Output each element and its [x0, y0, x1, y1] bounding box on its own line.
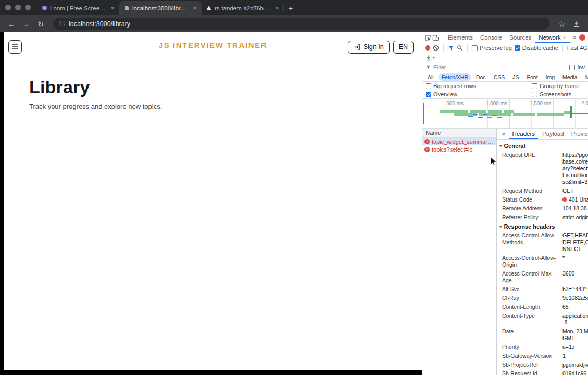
new-tab-button[interactable]: +	[284, 4, 297, 15]
filter-input[interactable]	[433, 64, 567, 70]
page-main: Library Track your progress and explore …	[4, 56, 422, 110]
request-row[interactable]: × topics?select=id	[422, 145, 496, 153]
inspect-element-icon[interactable]	[424, 34, 431, 41]
downloads-icon[interactable]	[570, 18, 583, 30]
network-conditions-row: ▾	[422, 53, 588, 63]
browser-tab-loom[interactable]: Loom | Free Screen & Video R ×	[37, 1, 119, 15]
detail-tab-headers[interactable]: Headers	[509, 129, 538, 139]
tab-close-icon[interactable]: ×	[109, 5, 116, 11]
request-error-icon: ×	[424, 147, 430, 152]
window-close-button[interactable]	[5, 5, 11, 10]
detail-tab-payload[interactable]: Payload	[539, 129, 567, 139]
header-row: Remote Address 104.18.38.10:443	[497, 204, 588, 213]
type-filter-css[interactable]: CSS	[491, 73, 508, 81]
timeline-label: 1,000 ms	[486, 101, 507, 106]
disclosure-triangle-icon: ▾	[499, 224, 502, 229]
devtools-tab-network[interactable]: Network ⚠	[535, 32, 569, 43]
language-label: EN	[399, 43, 408, 51]
network-toolbar: Preserve log Disable cache Fast 4G ▾	[422, 43, 588, 53]
invert-filter-checkbox[interactable]: Inv	[569, 64, 585, 70]
browser-tabs: Loom | Free Screen & Video R × localhost…	[37, 0, 284, 15]
header-row: Request Method GET	[497, 186, 588, 195]
header-row: Access-Control-Max-Age 3600	[497, 269, 588, 285]
header-row: Priority u=1,i	[497, 343, 588, 352]
reload-button[interactable]: ↻	[34, 18, 47, 30]
header-row: Alt-Svc h3=":443"; ma=86400	[497, 285, 588, 294]
devtools-tab-sources[interactable]: Sources	[506, 32, 534, 43]
throttling-select[interactable]: Fast 4G ▾	[567, 45, 588, 51]
disable-cache-checkbox[interactable]: Disable cache	[515, 45, 558, 51]
page-area: JS INTERVIEW TRAINER Sign In EN Librar	[0, 32, 422, 375]
overview-checkbox[interactable]: Overview	[426, 91, 532, 97]
language-button[interactable]: EN	[393, 41, 414, 54]
request-row[interactable]: × topic_widget_summary?sele…	[422, 138, 496, 145]
forward-button[interactable]: →	[20, 18, 32, 30]
header-row: Date Mon, 23 Ma GMT	[497, 327, 588, 343]
browser-window: Loom | Free Screen & Video R × localhost…	[0, 0, 588, 375]
timeline-label: 500 ms	[446, 101, 464, 106]
import-har-icon[interactable]	[426, 55, 432, 61]
type-filter-font[interactable]: Font	[524, 73, 541, 81]
window-controls	[0, 0, 37, 15]
address-bar[interactable]: ⓘ localhost:3000/library	[53, 18, 549, 30]
network-overview-timeline[interactable]: 500 ms 1,000 ms 1,500 ms 2,0	[422, 99, 588, 129]
sign-in-label: Sign In	[364, 43, 384, 51]
devtools-tab-console[interactable]: Console	[477, 32, 505, 43]
header-row: Sb-Request-Id 019d1c96-e f0bd82387	[497, 369, 588, 375]
tab-close-icon[interactable]: ×	[273, 5, 281, 11]
requests-list: Name × topic_widget_summary?sele… × topi…	[422, 129, 497, 375]
tab-close-icon[interactable]: ×	[191, 5, 198, 11]
throttling-warning-icon: ⚠	[562, 35, 567, 40]
header-actions: Sign In EN	[348, 41, 414, 54]
type-filter-manifest[interactable]: Manifest	[582, 73, 588, 81]
loom-favicon	[42, 6, 47, 11]
group-by-frame-checkbox[interactable]: Group by frame	[532, 83, 579, 89]
browser-tab-vercel[interactable]: rs-tandem-a2d76b9zu-anas ×	[202, 1, 284, 15]
devtools-panel: Elements Console Sources Network ⚠ »	[422, 32, 588, 375]
window-maximize-button[interactable]	[25, 5, 31, 10]
search-icon[interactable]	[457, 45, 463, 51]
disclosure-triangle-icon: ▾	[499, 143, 502, 148]
window-minimize-button[interactable]	[15, 5, 21, 10]
type-filter-img[interactable]: Img	[543, 73, 558, 81]
header-row: Cf-Ray 9e1082a5cb	[497, 294, 588, 303]
devtools-tab-elements[interactable]: Elements	[445, 32, 476, 43]
header-row: Content-Type application/ -8	[497, 311, 588, 327]
sign-in-button[interactable]: Sign In	[348, 41, 390, 54]
detail-tab-preview[interactable]: Preview	[568, 129, 588, 139]
chevron-down-icon[interactable]: ▾	[433, 55, 435, 60]
request-type-filters: All Fetch/XHR Doc CSS JS Font Img Media …	[422, 72, 588, 82]
request-error-icon: ×	[424, 139, 430, 144]
type-filter-js[interactable]: JS	[509, 73, 522, 81]
screenshots-checkbox[interactable]: Screenshots	[532, 91, 571, 97]
network-filter-bar: Inv	[422, 63, 588, 72]
general-section-header[interactable]: ▾ General	[497, 141, 588, 151]
type-filter-all[interactable]: All	[424, 73, 437, 81]
back-button[interactable]: ←	[5, 18, 18, 30]
type-filter-media[interactable]: Media	[559, 73, 581, 81]
device-toolbar-icon[interactable]	[432, 34, 439, 41]
preserve-log-checkbox[interactable]: Preserve log	[472, 45, 512, 51]
network-options-row-2: Overview Screenshots	[422, 90, 588, 99]
address-text: localhost:3000/library	[69, 20, 130, 28]
status-error-dot	[562, 197, 567, 202]
more-panels-icon[interactable]: »	[571, 34, 579, 41]
bookmark-star-icon[interactable]: ☆	[556, 18, 568, 30]
error-count-badge[interactable]	[579, 34, 585, 41]
header-row: Content-Length 65	[497, 303, 588, 311]
clear-network-log-icon[interactable]	[433, 45, 439, 51]
tab-strip: Loom | Free Screen & Video R × localhost…	[0, 0, 588, 15]
header-row: Referrer Policy strict-origin-when-cross…	[497, 213, 588, 222]
browser-tab-localhost[interactable]: localhost:3000/library ×	[119, 1, 202, 15]
filter-funnel-icon[interactable]	[448, 45, 454, 51]
type-filter-doc[interactable]: Doc	[473, 73, 489, 81]
page-subtitle: Track your progress and explore new topi…	[29, 103, 422, 110]
site-info-icon[interactable]: ⓘ	[59, 20, 65, 28]
big-request-rows-checkbox[interactable]: Big request rows	[426, 83, 532, 89]
response-headers-section-header[interactable]: ▾ Response headers	[497, 222, 588, 231]
close-detail-icon[interactable]: ×	[499, 130, 508, 138]
record-button[interactable]	[425, 45, 430, 51]
network-options-row-1: Big request rows Group by frame	[422, 82, 588, 90]
type-filter-fetch-xhr[interactable]: Fetch/XHR	[439, 73, 471, 81]
requests-name-column-header[interactable]: Name	[422, 129, 496, 138]
